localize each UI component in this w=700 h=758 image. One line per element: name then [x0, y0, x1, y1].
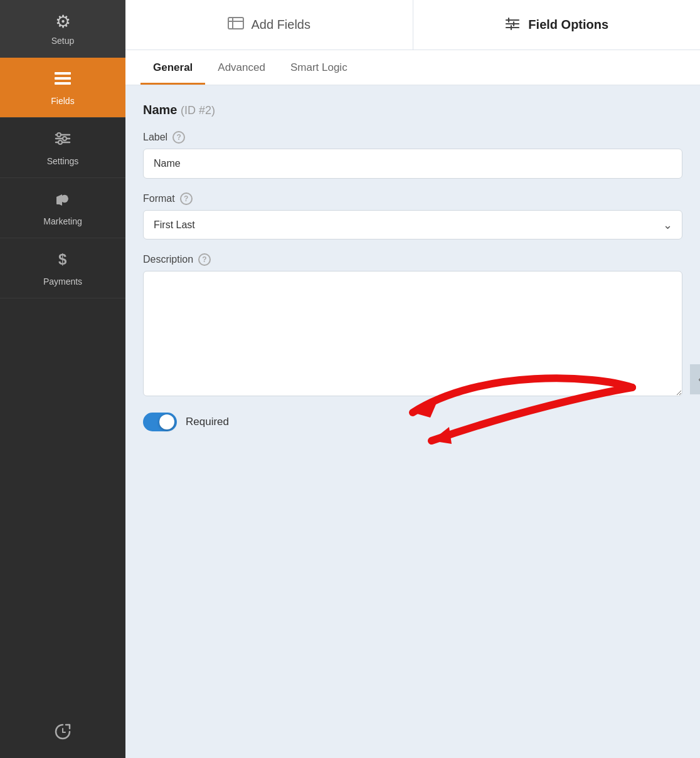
marketing-icon: [53, 189, 72, 213]
description-form-group: Description ?: [143, 253, 682, 399]
sidebar-item-setup[interactable]: ⚙ Setup: [0, 0, 125, 58]
svg-point-8: [58, 140, 62, 144]
required-toggle[interactable]: [143, 413, 177, 431]
sidebar-item-label-setup: Setup: [51, 36, 75, 46]
label-help-icon[interactable]: ?: [172, 131, 185, 144]
tab-general[interactable]: General: [141, 50, 205, 85]
field-id: (ID #2): [181, 104, 215, 117]
svg-rect-0: [55, 72, 71, 75]
format-help-icon[interactable]: ?: [180, 192, 193, 205]
field-title: Name (ID #2): [143, 103, 682, 117]
sidebar-item-fields[interactable]: Fields: [0, 58, 125, 118]
sidebar-item-label-fields: Fields: [51, 96, 74, 106]
svg-point-6: [57, 133, 61, 137]
tab-advanced[interactable]: Advanced: [205, 50, 278, 85]
description-field-label: Description ?: [143, 253, 682, 266]
payments-icon: $: [53, 250, 72, 273]
collapse-handle[interactable]: ‹: [690, 364, 700, 394]
gear-icon: ⚙: [55, 11, 71, 32]
sidebar-item-marketing[interactable]: Marketing: [0, 178, 125, 238]
form-area: Name (ID #2) Label ? Format ? First Last…: [125, 85, 700, 758]
required-toggle-row: Required: [143, 413, 682, 431]
sidebar-item-settings[interactable]: Settings: [0, 118, 125, 178]
tabs-bar: General Advanced Smart Logic: [125, 50, 700, 85]
add-fields-icon: [228, 15, 244, 35]
history-icon[interactable]: [52, 721, 73, 747]
settings-icon: [53, 129, 72, 152]
svg-text:$: $: [58, 251, 67, 268]
label-form-group: Label ?: [143, 131, 682, 179]
sidebar: ⚙ Setup Fields Settings: [0, 0, 125, 758]
svg-rect-13: [228, 18, 243, 29]
main-content: Add Fields Field Options General Advance…: [125, 0, 700, 758]
add-fields-label: Add Fields: [252, 18, 311, 32]
toggle-track: [143, 413, 177, 431]
toggle-thumb: [159, 414, 174, 429]
top-bar: Add Fields Field Options: [125, 0, 700, 50]
sidebar-bottom: [0, 710, 125, 758]
svg-rect-2: [55, 82, 71, 85]
format-field-label: Format ?: [143, 192, 682, 205]
sidebar-item-label-settings: Settings: [47, 156, 79, 166]
description-textarea[interactable]: [143, 271, 682, 396]
field-options-label: Field Options: [528, 18, 608, 32]
sidebar-item-label-payments: Payments: [43, 276, 82, 287]
add-fields-tab[interactable]: Add Fields: [125, 0, 413, 50]
required-label: Required: [186, 416, 229, 428]
svg-rect-1: [55, 77, 71, 80]
svg-point-7: [63, 137, 66, 140]
field-options-tab[interactable]: Field Options: [413, 0, 701, 50]
format-select[interactable]: First Last First Last First Middle Last: [143, 210, 682, 240]
svg-rect-9: [56, 201, 60, 204]
description-help-icon[interactable]: ?: [198, 253, 211, 266]
sidebar-item-label-marketing: Marketing: [43, 216, 82, 226]
sidebar-item-payments[interactable]: $ Payments: [0, 238, 125, 298]
format-form-group: Format ? First Last First Last First Mid…: [143, 192, 682, 240]
label-input[interactable]: [143, 149, 682, 179]
fields-icon: [53, 69, 72, 92]
label-field-label: Label ?: [143, 131, 682, 144]
tab-smart-logic[interactable]: Smart Logic: [278, 50, 360, 85]
field-options-icon: [504, 15, 521, 35]
format-select-wrapper: First Last First Last First Middle Last …: [143, 210, 682, 240]
